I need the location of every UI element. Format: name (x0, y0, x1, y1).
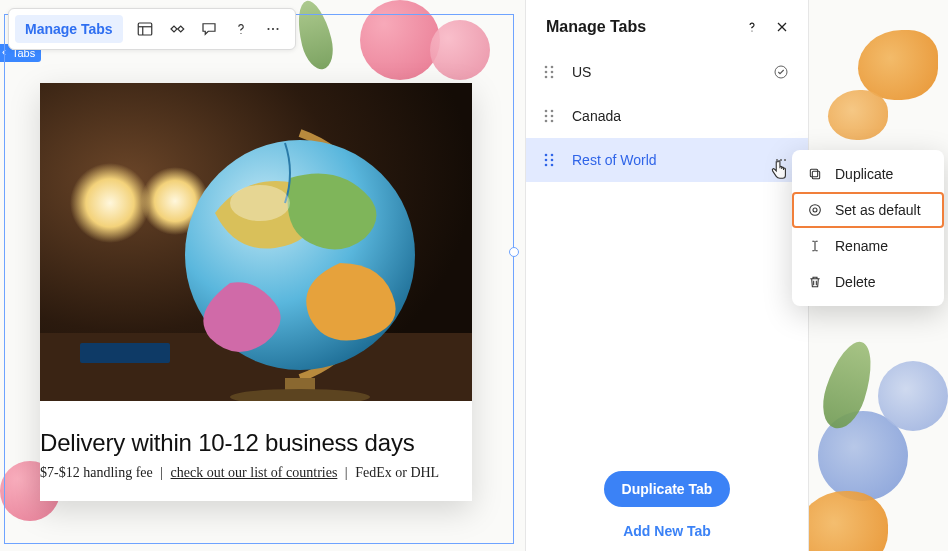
drag-handle-icon[interactable] (544, 109, 558, 123)
floating-toolbar: Manage Tabs (8, 8, 296, 50)
trash-icon (806, 273, 824, 291)
add-new-tab-button[interactable]: Add New Tab (611, 517, 723, 545)
svg-point-17 (751, 30, 752, 31)
svg-point-4 (267, 28, 269, 30)
menu-item-duplicate[interactable]: Duplicate (792, 156, 944, 192)
svg-point-28 (551, 110, 554, 113)
svg-point-36 (551, 159, 554, 162)
svg-rect-42 (812, 171, 819, 178)
help-icon[interactable] (225, 13, 257, 45)
tab-context-menu: Duplicate Set as default Rename Delete (792, 150, 944, 306)
svg-point-24 (545, 76, 548, 79)
tab-row-more-icon[interactable] (772, 152, 790, 168)
svg-point-3 (240, 33, 241, 34)
svg-point-8 (70, 163, 150, 243)
duplicate-tab-button[interactable]: Duplicate Tab (604, 471, 731, 507)
svg-point-20 (545, 66, 548, 69)
content-subtext: $7-$12 handling fee | check out our list… (40, 465, 456, 481)
svg-point-32 (551, 120, 554, 123)
menu-item-label: Set as default (835, 202, 921, 218)
svg-point-37 (545, 164, 548, 167)
menu-item-rename[interactable]: Rename (792, 228, 944, 264)
svg-point-40 (780, 159, 782, 161)
text-cursor-icon (806, 237, 824, 255)
drag-handle-icon[interactable] (544, 65, 558, 79)
tabs-list: US Canada Rest of World (526, 50, 808, 182)
manage-tabs-panel: Manage Tabs US Canada (526, 0, 808, 551)
tab-label: US (572, 64, 772, 80)
separator-1: | (160, 465, 163, 480)
svg-point-25 (551, 76, 554, 79)
svg-point-27 (545, 110, 548, 113)
tab-label: Canada (572, 108, 772, 124)
svg-point-31 (545, 120, 548, 123)
tab-label: Rest of World (572, 152, 772, 168)
svg-point-39 (776, 159, 778, 161)
svg-rect-11 (80, 343, 170, 363)
panel-footer: Duplicate Tab Add New Tab (526, 471, 808, 551)
menu-item-set-default[interactable]: Set as default (792, 192, 944, 228)
svg-point-5 (272, 28, 274, 30)
manage-tabs-button[interactable]: Manage Tabs (15, 15, 123, 43)
panel-close-icon[interactable] (774, 19, 790, 35)
svg-rect-0 (138, 23, 152, 35)
panel-header: Manage Tabs (526, 0, 808, 50)
menu-item-delete[interactable]: Delete (792, 264, 944, 300)
carrier-text: FedEx or DHL (355, 465, 439, 480)
svg-rect-43 (810, 169, 817, 176)
svg-point-21 (551, 66, 554, 69)
svg-point-35 (545, 159, 548, 162)
comment-icon[interactable] (193, 13, 225, 45)
svg-point-44 (810, 205, 821, 216)
default-badge-icon (772, 64, 790, 80)
duplicate-icon (806, 165, 824, 183)
panel-title: Manage Tabs (546, 18, 646, 36)
separator-2: | (345, 465, 348, 480)
svg-point-22 (545, 71, 548, 74)
menu-item-label: Rename (835, 238, 888, 254)
tab-content-card: Delivery within 10-12 business days $7-$… (40, 83, 472, 501)
more-icon[interactable] (257, 13, 289, 45)
menu-item-label: Delete (835, 274, 875, 290)
animation-icon[interactable] (161, 13, 193, 45)
fee-text: $7-$12 handling fee (40, 465, 153, 480)
tab-row-us[interactable]: US (526, 50, 808, 94)
content-image (40, 83, 472, 401)
svg-point-33 (545, 154, 548, 157)
svg-point-45 (813, 208, 817, 212)
svg-point-29 (545, 115, 548, 118)
tab-row-canada[interactable]: Canada (526, 94, 808, 138)
drag-handle-icon[interactable] (544, 153, 558, 167)
countries-link[interactable]: check out our list of countries (171, 465, 338, 480)
menu-item-label: Duplicate (835, 166, 893, 182)
svg-point-23 (551, 71, 554, 74)
content-heading: Delivery within 10-12 business days (40, 429, 456, 457)
svg-point-16 (230, 185, 290, 221)
resize-handle[interactable] (509, 247, 519, 257)
panel-help-icon[interactable] (744, 19, 760, 35)
svg-point-38 (551, 164, 554, 167)
tab-row-rest-of-world[interactable]: Rest of World (526, 138, 808, 182)
svg-point-41 (784, 159, 786, 161)
target-icon (806, 201, 824, 219)
svg-point-30 (551, 115, 554, 118)
layout-icon[interactable] (129, 13, 161, 45)
svg-point-6 (276, 28, 278, 30)
svg-point-34 (551, 154, 554, 157)
